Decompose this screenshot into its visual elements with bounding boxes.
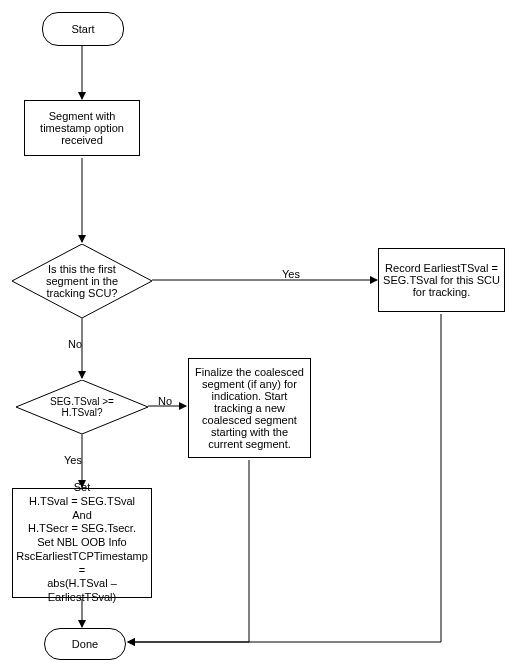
tsval-compare-decision-label: SEG.TSval >= H.TSval? — [30, 396, 134, 418]
set-values-line4: H.TSecr = SEG.Tsecr. — [28, 522, 136, 536]
set-values-process: Set H.TSval = SEG.TSval And H.TSecr = SE… — [12, 488, 152, 598]
first-segment-decision: Is this the first segment in the trackin… — [12, 244, 152, 318]
set-values-line3: And — [72, 509, 92, 523]
edge-tsval-no: No — [158, 395, 172, 407]
set-values-line2: H.TSval = SEG.TSval — [29, 495, 135, 509]
set-values-line1: Set — [74, 481, 91, 495]
set-values-line5: Set NBL OOB Info — [37, 536, 126, 550]
finalize-segment-label: Finalize the coalesced segment (if any) … — [193, 366, 306, 450]
finalize-segment-process: Finalize the coalesced segment (if any) … — [188, 358, 311, 458]
edge-tsval-yes: Yes — [64, 454, 82, 466]
segment-received-process: Segment with timestamp option received — [24, 100, 140, 156]
tsval-compare-decision: SEG.TSval >= H.TSval? — [16, 380, 148, 434]
edge-first-segment-yes: Yes — [282, 268, 300, 280]
record-earliest-label: Record EarliestTSval = SEG.TSval for thi… — [383, 262, 500, 298]
set-values-line7: abs(H.TSval – EarliestTSval) — [17, 577, 147, 605]
flowchart-canvas: Start Segment with timestamp option rece… — [0, 0, 521, 668]
start-label: Start — [71, 23, 94, 35]
record-earliest-process: Record EarliestTSval = SEG.TSval for thi… — [378, 248, 505, 312]
edge-first-segment-no: No — [68, 338, 82, 350]
set-values-line6: RscEarliestTCPTimestamp = — [16, 550, 148, 578]
start-terminator: Start — [42, 12, 124, 46]
done-terminator: Done — [44, 628, 126, 660]
first-segment-decision-label: Is this the first segment in the trackin… — [26, 263, 138, 299]
segment-received-label: Segment with timestamp option received — [29, 110, 135, 146]
done-label: Done — [72, 638, 98, 650]
